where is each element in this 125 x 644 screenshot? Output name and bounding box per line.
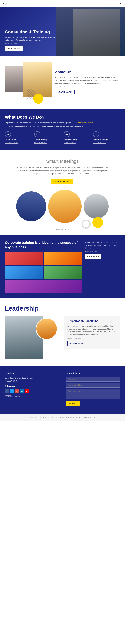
about-image-container [5, 62, 52, 102]
twitter-icon[interactable]: t [10, 389, 14, 393]
smart-meetings-description: Sample text. Click to select the text bo… [17, 166, 108, 175]
footer-location-title: location [5, 372, 59, 375]
social-icons-row: f t g in ▶ [5, 389, 59, 393]
service-learn-more-2[interactable]: LEARN MORE [34, 142, 61, 144]
meeting-circle-3 [84, 194, 109, 219]
about-image-credit: Images from Freepik [55, 86, 120, 88]
service-learn-more-1[interactable]: LEARN MORE [5, 142, 32, 144]
about-paragraph: Elit ut aliquam purus ut amet luctus ven… [55, 76, 120, 85]
corp-photo-4 [44, 266, 82, 279]
org-consulting-card: Organization Consulting Elit ut aliquam … [64, 316, 120, 349]
footer-contact-column: contact form SUBMIT [66, 372, 120, 406]
services-grid: 01 Call Service LEARN MORE 02 Your Strat… [5, 131, 120, 144]
service-learn-more-4[interactable]: LEARN MORE [93, 142, 120, 144]
google-icon[interactable]: g [15, 389, 19, 393]
meeting-circle-1 [16, 192, 46, 221]
about-learn-more-button[interactable]: LEARN MORE [55, 90, 75, 94]
what-we-do-description: Ut porttitor leo a diam sollicitudin. Tu… [5, 122, 120, 124]
what-we-do-link[interactable]: scelerisque lacinia [78, 122, 93, 124]
service-title-4: Online Meetings [93, 138, 120, 141]
contact-form: SUBMIT [66, 376, 120, 406]
hero-description: Sample text. Lorem ipsum dolor sit amet,… [5, 36, 55, 41]
footer-address-line2: IL 60604-2340 [5, 380, 59, 382]
hero-section: Consulting & Training Sample text. Lorem… [0, 7, 125, 56]
service-card-4: 04 Online Meetings LEARN MORE [93, 131, 120, 144]
hero-read-more-button[interactable]: READ MORE [5, 46, 23, 50]
service-card-2: 02 Your Strategy LEARN MORE [34, 131, 61, 144]
what-we-do-section: What Does We Do? Ut porttitor leo a diam… [0, 109, 125, 150]
smart-meetings-section: Smart Meetings Sample text. Click to sel… [0, 150, 125, 236]
about-title: About Us [55, 70, 120, 74]
footer-contact-title: contact form [66, 372, 120, 375]
service-number-4: 04 [93, 131, 99, 137]
corp-photo-1 [5, 252, 43, 265]
contact-email-input[interactable] [66, 382, 120, 388]
service-title-1: Call Service [5, 138, 32, 141]
what-we-do-title: What Does We Do? [5, 114, 120, 120]
service-number-2: 02 [34, 131, 40, 137]
logo: logo [3, 2, 8, 5]
leadership-title: Leadership [5, 305, 120, 312]
meeting-circle-2 [48, 190, 82, 223]
contact-message-input[interactable] [66, 388, 120, 400]
navigation: logo ≡ [0, 0, 125, 7]
corporate-image-credit: Images by freepik [85, 251, 120, 252]
footer-address-line1: 28 Jackson Blvd Ste 1020 Chicago [5, 376, 59, 380]
contact-name-input[interactable] [66, 376, 120, 382]
smart-meetings-images [5, 190, 120, 228]
leadership-right: Organization Consulting Elit ut aliquam … [64, 316, 120, 349]
contact-submit-button[interactable]: SUBMIT [66, 401, 80, 406]
smart-meetings-title: Smart Meetings [5, 159, 120, 164]
corporate-left: Corporate training is critical to the su… [5, 240, 82, 293]
leadership-circle-photo [36, 318, 58, 340]
corporate-photo-grid [5, 252, 82, 293]
youtube-icon[interactable]: ▶ [25, 389, 29, 393]
footer-bottom: Sample text. Click to select the text bo… [0, 414, 125, 421]
corp-photo-5 [5, 280, 82, 293]
white-ring-decoration [82, 220, 91, 229]
footer-follow-title: follow us [5, 385, 59, 388]
yellow-accent-circle [33, 94, 43, 104]
about-section: About Us Elit ut aliquam purus ut amet l… [0, 56, 125, 109]
facebook-icon[interactable]: f [5, 389, 9, 393]
org-card-credit: Images from Freepik [67, 338, 117, 339]
corporate-right: Sample text. Click to select the text bo… [85, 240, 120, 259]
linkedin-icon[interactable]: in [20, 389, 24, 393]
footer-columns: location 28 Jackson Blvd Ste 1020 Chicag… [5, 372, 120, 406]
service-number-3: 03 [64, 131, 70, 137]
leadership-left [5, 316, 61, 363]
corporate-title: Corporate training is critical to the su… [5, 240, 82, 250]
org-card-learn-more-button[interactable]: LEARN MORE [67, 341, 87, 346]
org-card-description: Elit ut aliquam purus ut amet luctus ven… [67, 324, 117, 336]
what-we-do-description2: Vitrine adipiscing ut tellus elementum s… [5, 125, 120, 128]
corporate-read-more-button[interactable]: READ MORE [85, 254, 101, 258]
corp-photo-2 [44, 252, 82, 265]
smart-meetings-credit: Image from Freepik [5, 229, 120, 230]
service-title-3: Team Building [64, 138, 91, 141]
service-learn-more-3[interactable]: LEARN MORE [64, 142, 91, 144]
leadership-content: Organization Consulting Elit ut aliquam … [5, 316, 120, 363]
corporate-description: Sample text. Click to select the text bo… [85, 241, 120, 250]
leadership-section: Leadership Organization Consulting Elit … [0, 298, 125, 366]
corporate-section: Corporate training is critical to the su… [0, 236, 125, 298]
corp-photo-3 [5, 266, 43, 279]
yellow-circle-decoration [92, 217, 103, 228]
hero-content: Consulting & Training Sample text. Lorem… [5, 30, 55, 50]
privacy-policy-link[interactable]: ©2018 Privacy policy [5, 395, 59, 397]
hero-title: Consulting & Training [5, 30, 55, 34]
service-title-2: Your Strategy [34, 138, 61, 141]
footer-location-column: location 28 Jackson Blvd Ste 1020 Chicag… [5, 372, 59, 406]
footer: location 28 Jackson Blvd Ste 1020 Chicag… [0, 366, 125, 414]
smart-meetings-learn-more-button[interactable]: LEARN MORE [52, 178, 73, 184]
hero-image-credit: Image from Freepik [5, 42, 55, 44]
hamburger-icon[interactable]: ≡ [120, 2, 122, 6]
about-text: About Us Elit ut aliquam purus ut amet l… [55, 70, 120, 94]
service-card-3: 03 Team Building LEARN MORE [64, 131, 91, 144]
service-card-1: 01 Call Service LEARN MORE [5, 131, 32, 144]
hero-person-figure [73, 9, 120, 56]
org-card-title: Organization Consulting [67, 320, 117, 322]
footer-bottom-text: Sample text. Click to select the text bo… [5, 416, 120, 418]
service-number-1: 01 [5, 131, 11, 137]
